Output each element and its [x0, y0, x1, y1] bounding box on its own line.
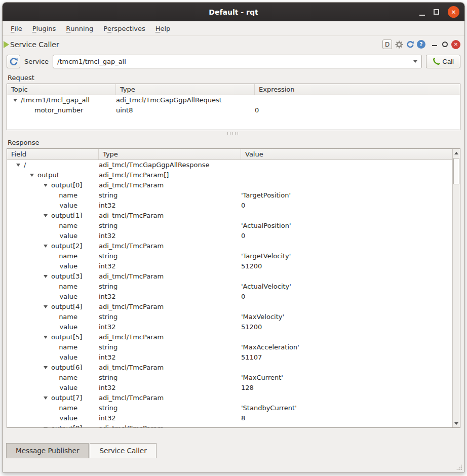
settings-gear-icon[interactable] [395, 40, 403, 49]
tree-row[interactable]: output[0]adi_tmcl/TmcParam [7, 180, 460, 190]
dock-float-icon[interactable] [442, 42, 448, 47]
field-label: name [57, 342, 77, 352]
reload-icon[interactable] [406, 40, 414, 49]
field-label: motor_number [34, 106, 83, 114]
tree-row[interactable]: valueint320 [7, 201, 460, 211]
splitter-handle[interactable] [3, 130, 464, 136]
response-table: Field Type Value /adi_tmcl/TmcGapGgpAllR… [7, 148, 460, 428]
vertical-scrollbar[interactable] [452, 149, 460, 427]
refresh-services-button[interactable] [7, 55, 20, 68]
tree-row[interactable]: namestring'StandbyCurrent' [7, 403, 460, 413]
tree-row[interactable]: namestring'ActualVelocity' [7, 282, 460, 292]
scrollbar-thumb[interactable] [453, 158, 459, 184]
dock-minimize-icon[interactable] [432, 41, 437, 46]
field-cell: name [7, 190, 99, 201]
column-header-type[interactable]: Type [116, 84, 255, 95]
type-label: adi_tmcl/TmcParam [99, 363, 241, 373]
type-label: string [99, 373, 241, 383]
tree-row[interactable]: namestring'TargetVelocity' [7, 251, 460, 261]
play-icon [4, 41, 9, 48]
tree-row[interactable]: valueint3251200 [7, 261, 460, 271]
service-value: /tmcm1/tmcl_gap_all [57, 58, 413, 65]
tab-service-caller[interactable]: Service Caller [90, 443, 156, 458]
field-cell: output[5] [7, 332, 99, 342]
field-label: output[0] [51, 181, 82, 189]
tree-row[interactable]: valueint32128 [7, 383, 460, 393]
field-label: value [57, 383, 77, 393]
window-minimize-button[interactable] [419, 10, 425, 16]
tree-row[interactable]: output[8]adi_tmcl/TmcParam [7, 423, 460, 428]
tree-row[interactable]: output[6]adi_tmcl/TmcParam [7, 363, 460, 373]
field-label: value [57, 201, 77, 211]
menu-plugins[interactable]: Plugins [27, 21, 61, 35]
window-controls: ✕ [419, 3, 459, 21]
field-label: name [57, 403, 77, 413]
help-icon[interactable]: ? [417, 40, 425, 49]
window-close-button[interactable]: ✕ [448, 6, 459, 18]
field-label: value [57, 413, 77, 423]
menu-running[interactable]: Running [61, 21, 98, 35]
expander-down-icon[interactable] [44, 305, 48, 308]
expander-down-icon[interactable] [13, 99, 17, 102]
expander-down-icon[interactable] [44, 184, 48, 187]
tree-row[interactable]: valueint3251107 [7, 352, 460, 363]
plugin-titlebar: Service Caller D [3, 36, 464, 53]
tree-row[interactable]: output[3]adi_tmcl/TmcParam [7, 271, 460, 282]
column-header-expression[interactable]: Expression [255, 84, 460, 95]
column-header-value[interactable]: Value [241, 149, 460, 160]
type-label: int32 [99, 413, 241, 423]
plugin-title: Service Caller [10, 41, 59, 49]
expander-down-icon[interactable] [44, 336, 48, 339]
tree-row[interactable]: namestring'MaxCurrent' [7, 373, 460, 383]
tree-row[interactable]: /tmcm1/tmcl_gap_alladi_tmcl/TmcGapGgpAll… [7, 95, 460, 105]
expander-down-icon[interactable] [44, 396, 48, 400]
value-label [241, 180, 460, 190]
tree-row[interactable]: output[5]adi_tmcl/TmcParam [7, 332, 460, 342]
dock-d-button[interactable]: D [382, 39, 392, 49]
field-cell: output[4] [7, 302, 99, 312]
tab-message-publisher[interactable]: Message Publisher [6, 443, 89, 458]
resize-grip[interactable] [456, 464, 462, 470]
expander-down-icon[interactable] [44, 366, 48, 369]
tree-row[interactable]: outputadi_tmcl/TmcParam[] [7, 170, 460, 180]
tree-row[interactable]: output[1]adi_tmcl/TmcParam [7, 211, 460, 221]
tree-row[interactable]: valueint320 [7, 292, 460, 302]
field-cell: name [7, 403, 99, 413]
chevron-down-icon[interactable] [413, 60, 417, 63]
tree-row[interactable]: namestring'ActualPosition' [7, 221, 460, 231]
expander-down-icon[interactable] [44, 245, 48, 248]
expander-down-icon[interactable] [30, 174, 34, 177]
field-label: output[3] [51, 272, 82, 280]
column-header-type[interactable]: Type [99, 149, 241, 160]
tree-row[interactable]: motor_numberuint80 [7, 105, 460, 115]
expander-down-icon[interactable] [44, 275, 48, 278]
tree-row[interactable]: namestring'MaxVelocity' [7, 312, 460, 322]
type-label: adi_tmcl/TmcParam [99, 271, 241, 282]
tree-row[interactable]: output[2]adi_tmcl/TmcParam [7, 241, 460, 251]
tree-row[interactable]: namestring'MaxAcceleration' [7, 342, 460, 352]
tree-row[interactable]: /adi_tmcl/TmcGapGgpAllResponse [7, 160, 460, 170]
scroll-down-button[interactable] [453, 419, 460, 427]
service-combobox[interactable]: /tmcm1/tmcl_gap_all [53, 55, 422, 68]
call-button[interactable]: Call [426, 55, 460, 68]
value-label: 0 [241, 292, 460, 302]
tree-row[interactable]: output[7]adi_tmcl/TmcParam [7, 393, 460, 403]
dock-close-icon[interactable]: ✕ [451, 40, 460, 49]
tree-row[interactable]: valueint328 [7, 413, 460, 423]
menu-help[interactable]: Help [150, 21, 176, 35]
tree-row[interactable]: valueint3251200 [7, 322, 460, 332]
titlebar[interactable]: Default - rqt ✕ [3, 3, 464, 21]
expander-down-icon[interactable] [44, 427, 48, 428]
tree-row[interactable]: output[4]adi_tmcl/TmcParam [7, 302, 460, 312]
window-maximize-button[interactable] [434, 9, 439, 15]
scroll-up-button[interactable] [453, 149, 460, 157]
field-label: value [57, 352, 77, 363]
menu-perspectives[interactable]: Perspectives [98, 21, 150, 35]
tree-row[interactable]: valueint320 [7, 231, 460, 241]
column-header-topic[interactable]: Topic [7, 84, 116, 95]
tree-row[interactable]: namestring'TargetPosition' [7, 190, 460, 201]
menu-file[interactable]: File [6, 21, 27, 35]
expander-down-icon[interactable] [16, 164, 20, 167]
column-header-field[interactable]: Field [7, 149, 99, 160]
expander-down-icon[interactable] [44, 214, 48, 217]
